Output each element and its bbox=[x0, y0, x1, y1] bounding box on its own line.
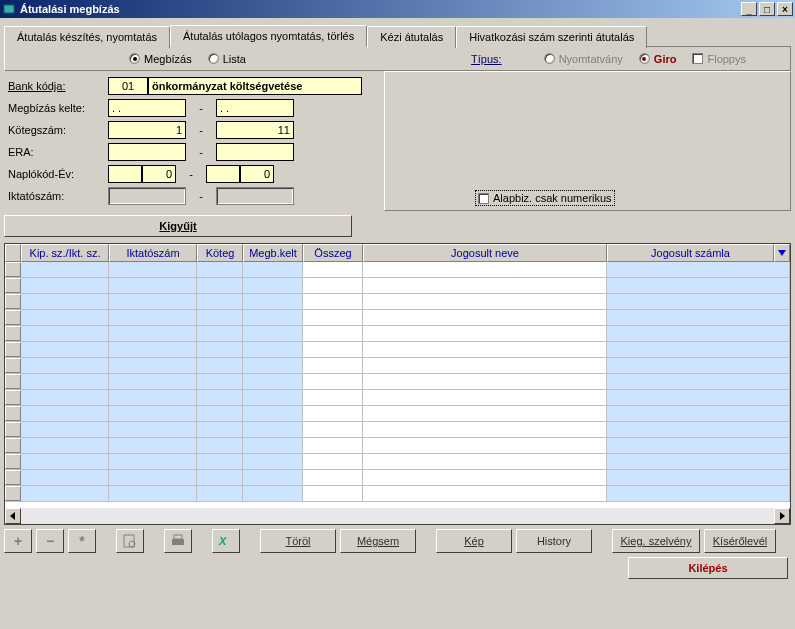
input-koteg-to[interactable] bbox=[216, 121, 294, 139]
print-icon[interactable] bbox=[164, 529, 192, 553]
minimize-button[interactable]: _ bbox=[741, 2, 757, 16]
svg-rect-7 bbox=[174, 535, 182, 539]
col-iktatoszam[interactable]: Iktatószám bbox=[109, 244, 197, 262]
table-row[interactable] bbox=[5, 358, 790, 374]
input-koteg-from[interactable] bbox=[108, 121, 186, 139]
tab-keszites[interactable]: Átutalás készítés, nyomtatás bbox=[4, 26, 170, 48]
table-row[interactable] bbox=[5, 454, 790, 470]
col-koteg[interactable]: Köteg bbox=[197, 244, 243, 262]
table-row[interactable] bbox=[5, 390, 790, 406]
label-era: ERA: bbox=[8, 146, 108, 158]
col-jogosult-neve[interactable]: Jogosult neve bbox=[363, 244, 607, 262]
table-row[interactable] bbox=[5, 262, 790, 278]
input-era-to[interactable] bbox=[216, 143, 294, 161]
table-row[interactable] bbox=[5, 342, 790, 358]
remove-button[interactable]: − bbox=[36, 529, 64, 553]
table-row[interactable] bbox=[5, 374, 790, 390]
app-icon bbox=[2, 2, 16, 16]
input-kelte-from[interactable] bbox=[108, 99, 186, 117]
tipus-label: Típus: bbox=[471, 53, 502, 65]
table-row[interactable] bbox=[5, 278, 790, 294]
input-era-from[interactable] bbox=[108, 143, 186, 161]
col-kip[interactable]: Kip. sz./Ikt. sz. bbox=[21, 244, 109, 262]
label-bank-kodja: Bank kódja: bbox=[8, 80, 108, 92]
col-megbkelt[interactable]: Megb.kelt bbox=[243, 244, 303, 262]
svg-marker-3 bbox=[780, 512, 785, 520]
tab-hivatkozasi[interactable]: Hivatkozási szám szerinti átutalás bbox=[456, 26, 647, 48]
checkbox-floppys: Floppys bbox=[692, 53, 746, 65]
kieg-button[interactable]: Kieg. szelvény bbox=[612, 529, 700, 553]
label-kotegszam: Kötegszám: bbox=[8, 124, 108, 136]
torol-button[interactable]: Töröl bbox=[260, 529, 336, 553]
maximize-button[interactable]: □ bbox=[759, 2, 775, 16]
star-button[interactable]: * bbox=[68, 529, 96, 553]
svg-marker-2 bbox=[10, 512, 15, 520]
label-megbizas-kelte: Megbízás kelte: bbox=[8, 102, 108, 114]
horizontal-scrollbar[interactable] bbox=[5, 508, 790, 524]
input-bank-kodja[interactable] bbox=[108, 77, 148, 95]
kilepes-button[interactable]: Kilépés bbox=[628, 557, 788, 579]
input-naplo-b[interactable] bbox=[142, 165, 176, 183]
preview-icon[interactable] bbox=[116, 529, 144, 553]
svg-text:X: X bbox=[218, 535, 227, 547]
tab-utolagos[interactable]: Átutalás utólagos nyomtatás, törlés bbox=[170, 25, 367, 47]
col-osszeg[interactable]: Összeg bbox=[303, 244, 363, 262]
label-iktatoszam: Iktatószám: bbox=[8, 190, 108, 202]
scroll-right-icon[interactable] bbox=[774, 508, 790, 524]
table-row[interactable] bbox=[5, 470, 790, 486]
form-right: Alapbiz. csak numerikus bbox=[384, 71, 791, 211]
table-row[interactable] bbox=[5, 310, 790, 326]
kisero-button[interactable]: Kísérőlevél bbox=[704, 529, 776, 553]
col-jogosult-szamla[interactable]: Jogosult számla bbox=[607, 244, 774, 262]
window-title: Átutalási megbízás bbox=[20, 3, 741, 15]
excel-icon[interactable]: X bbox=[212, 529, 240, 553]
tab-strip: Átutalás készítés, nyomtatás Átutalás ut… bbox=[4, 24, 791, 47]
checkbox-alapbiz[interactable]: Alapbiz. csak numerikus bbox=[475, 190, 615, 206]
add-button[interactable]: + bbox=[4, 529, 32, 553]
radio-megbizas[interactable]: Megbízás bbox=[129, 53, 192, 65]
tab-kezi[interactable]: Kézi átutalás bbox=[367, 26, 456, 48]
radio-nyomtatvany: Nyomtatvány bbox=[544, 53, 623, 65]
form-left: Bank kódja: Megbízás kelte: - Kötegszám:… bbox=[4, 71, 384, 211]
bottom-toolbar: + − * X Töröl Mégsem Kép History Kieg. s… bbox=[4, 529, 791, 553]
megsem-button[interactable]: Mégsem bbox=[340, 529, 416, 553]
table-row[interactable] bbox=[5, 438, 790, 454]
history-button[interactable]: History bbox=[516, 529, 592, 553]
grid-body[interactable] bbox=[5, 262, 790, 508]
radio-giro[interactable]: Giro bbox=[639, 53, 677, 65]
input-naplo-a[interactable] bbox=[108, 165, 142, 183]
input-naplo-c[interactable] bbox=[206, 165, 240, 183]
radio-lista[interactable]: Lista bbox=[208, 53, 246, 65]
input-bank-kodja-text[interactable] bbox=[148, 77, 362, 95]
kep-button[interactable]: Kép bbox=[436, 529, 512, 553]
label-naplokod: Naplókód-Év: bbox=[8, 168, 108, 180]
readonly-iktato-from bbox=[108, 187, 186, 205]
grid-corner bbox=[5, 244, 21, 262]
close-button[interactable]: × bbox=[777, 2, 793, 16]
input-kelte-to[interactable] bbox=[216, 99, 294, 117]
data-grid: Kip. sz./Ikt. sz. Iktatószám Köteg Megb.… bbox=[4, 243, 791, 525]
table-row[interactable] bbox=[5, 294, 790, 310]
readonly-iktato-to bbox=[216, 187, 294, 205]
table-row[interactable] bbox=[5, 486, 790, 502]
table-row[interactable] bbox=[5, 406, 790, 422]
col-dropdown-icon[interactable] bbox=[774, 244, 790, 262]
scroll-left-icon[interactable] bbox=[5, 508, 21, 524]
svg-marker-1 bbox=[778, 250, 786, 256]
svg-rect-6 bbox=[172, 539, 184, 545]
kigyujt-button[interactable]: Kigyűjt bbox=[4, 215, 352, 237]
radio-bar: Megbízás Lista Típus: Nyomtatvány Giro F… bbox=[4, 47, 791, 71]
title-bar: Átutalási megbízás _ □ × bbox=[0, 0, 795, 18]
svg-rect-0 bbox=[4, 5, 14, 13]
input-naplo-d[interactable] bbox=[240, 165, 274, 183]
table-row[interactable] bbox=[5, 422, 790, 438]
table-row[interactable] bbox=[5, 326, 790, 342]
